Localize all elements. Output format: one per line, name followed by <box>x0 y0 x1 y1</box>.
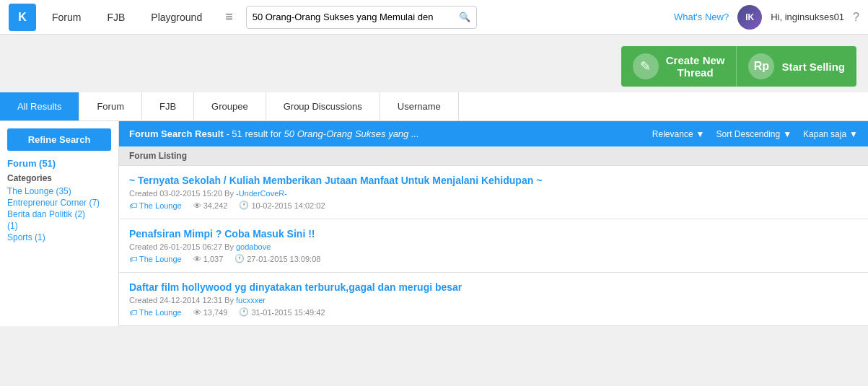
tabs-bar: All Results Forum FJB Groupee Group Disc… <box>0 92 868 121</box>
table-row: ~ Ternyata Sekolah / Kuliah Memberikan J… <box>119 166 868 219</box>
tab-all-results[interactable]: All Results <box>0 92 79 120</box>
thread-meta-1: Created 03-02-2015 15:20 By -UnderCoveR- <box>129 189 858 198</box>
sidebar-category-berita[interactable]: Berita dan Politik (2) <box>7 209 111 219</box>
sidebar-category-sports[interactable]: Sports (1) <box>7 232 111 242</box>
forum-listing-label: Forum Listing <box>119 146 868 166</box>
search-result-header: Forum Search Result - 51 result for 50 O… <box>119 121 868 146</box>
search-sort-controls: Relevance ▼ Sort Descending ▼ Kapan saja… <box>652 129 858 139</box>
nav-forum[interactable]: Forum <box>42 0 91 35</box>
thread-last-post-3: 🕐 31-01-2015 15:49:42 <box>239 307 325 317</box>
start-selling-button[interactable]: Rp Start Selling <box>736 46 856 87</box>
table-row: Penafsiran Mimpi ? Coba Masuk Sini !! Cr… <box>119 219 868 273</box>
tab-username[interactable]: Username <box>380 92 459 120</box>
thread-last-post-2: 🕐 27-01-2015 13:09:08 <box>234 254 320 263</box>
thread-views-1: 👁 34,242 <box>193 201 228 210</box>
thread-title-3[interactable]: Daftar film hollywood yg dinyatakan terb… <box>129 281 858 293</box>
create-new-thread-button[interactable]: ✎ Create NewThread <box>621 46 737 87</box>
search-icon[interactable]: 🔍 <box>459 12 470 22</box>
sidebar-category-entrepreneur[interactable]: Entrepreneur Corner (7) <box>7 198 111 208</box>
thread-category-1[interactable]: 🏷 The Lounge <box>129 201 182 210</box>
sidebar-category-unknown[interactable]: (1) <box>7 221 111 231</box>
avatar[interactable]: IK <box>737 5 762 30</box>
header: K Forum FJB Playground ≡ 🔍 What's New? I… <box>0 0 868 35</box>
thread-views-2: 👁 1,037 <box>193 255 224 263</box>
whats-new-link[interactable]: What's New? <box>674 12 729 22</box>
thread-category-3[interactable]: 🏷 The Lounge <box>129 308 182 317</box>
thread-title-2[interactable]: Penafsiran Mimpi ? Coba Masuk Sini !! <box>129 228 858 240</box>
sell-label: Start Selling <box>781 61 845 73</box>
main-layout: Refine Search Forum (51) Categories The … <box>0 121 868 326</box>
nav-playground[interactable]: Playground <box>141 0 212 35</box>
categories-label: Categories <box>7 173 111 183</box>
sidebar-category-the-lounge[interactable]: The Lounge (35) <box>7 186 111 196</box>
tab-fjb[interactable]: FJB <box>142 92 194 120</box>
relevance-sort[interactable]: Relevance ▼ <box>652 129 705 139</box>
nav-fjb[interactable]: FJB <box>97 0 135 35</box>
thread-author-2[interactable]: godabove <box>236 242 271 251</box>
table-row: Daftar film hollywood yg dinyatakan terb… <box>119 273 868 326</box>
sidebar: Refine Search Forum (51) Categories The … <box>0 121 119 326</box>
thread-tags-1: 🏷 The Lounge 👁 34,242 🕐 10-02-2015 14:02… <box>129 201 858 210</box>
logo[interactable]: K <box>9 4 36 31</box>
thread-meta-3: Created 24-12-2014 12:31 By fucxxxer <box>129 296 858 304</box>
action-buttons: ✎ Create NewThread Rp Start Selling <box>0 35 868 92</box>
sidebar-forum-count: Forum (51) <box>7 158 111 169</box>
search-input[interactable] <box>253 12 459 22</box>
thread-tags-2: 🏷 The Lounge 👁 1,037 🕐 27-01-2015 13:09:… <box>129 254 858 263</box>
sort-order[interactable]: Sort Descending ▼ <box>716 129 792 139</box>
tab-groupee[interactable]: Groupee <box>194 92 266 120</box>
create-thread-label: Create NewThread <box>666 54 725 79</box>
tab-forum[interactable]: Forum <box>79 92 142 120</box>
create-thread-icon: ✎ <box>633 53 659 79</box>
username-label: Hi, inginsukses01 <box>771 12 844 22</box>
search-result-title: Forum Search Result - 51 result for 50 O… <box>129 128 419 139</box>
search-bar: 🔍 <box>246 6 477 29</box>
sell-icon: Rp <box>748 53 774 79</box>
thread-tags-3: 🏷 The Lounge 👁 13,749 🕐 31-01-2015 15:49… <box>129 307 858 317</box>
thread-category-2[interactable]: 🏷 The Lounge <box>129 255 182 263</box>
thread-meta-2: Created 26-01-2015 06:27 By godabove <box>129 242 858 251</box>
thread-views-3: 👁 13,749 <box>193 308 228 317</box>
header-right: What's New? IK Hi, inginsukses01 ? <box>674 5 859 30</box>
thread-title-1[interactable]: ~ Ternyata Sekolah / Kuliah Memberikan J… <box>129 175 858 186</box>
content-area: Forum Search Result - 51 result for 50 O… <box>119 121 868 326</box>
thread-author-3[interactable]: fucxxxer <box>236 296 266 304</box>
time-filter[interactable]: Kapan saja ▼ <box>803 129 858 139</box>
hamburger-menu[interactable]: ≡ <box>218 0 240 35</box>
thread-author-1[interactable]: -UnderCoveR- <box>236 189 287 198</box>
thread-last-post-1: 🕐 10-02-2015 14:02:02 <box>239 201 325 210</box>
refine-search-button[interactable]: Refine Search <box>7 128 111 151</box>
help-icon[interactable]: ? <box>853 11 859 24</box>
tab-group-discussions[interactable]: Group Discussions <box>266 92 380 120</box>
